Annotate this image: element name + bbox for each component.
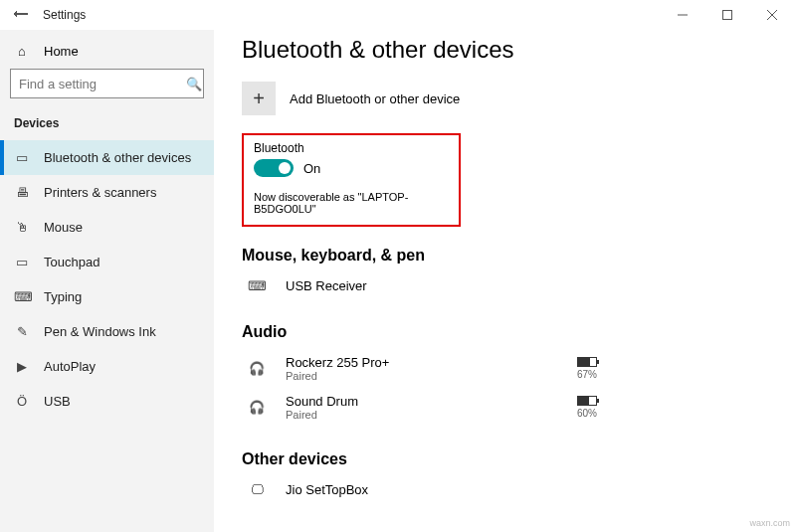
sidebar-home[interactable]: ⌂ Home [0,38,214,69]
bluetooth-highlight-box: Bluetooth On Now discoverable as "LAPTOP… [242,133,461,227]
pen-icon: ✎ [14,324,30,339]
device-row[interactable]: 🖵 Jio SetTopBox [242,476,796,503]
minimize-button[interactable] [660,1,704,29]
sidebar-item-printers[interactable]: 🖶 Printers & scanners [0,175,214,210]
titlebar: 🠔 Settings [0,0,796,30]
content: Bluetooth & other devices + Add Bluetoot… [214,30,796,532]
toggle-track [254,159,294,177]
device-name: Jio SetTopBox [286,482,368,497]
search-box[interactable]: 🔍 [10,69,204,98]
home-label: Home [44,44,79,59]
section-title: Mouse, keyboard, & pen [242,247,796,265]
toggle-state: On [303,161,320,176]
sidebar-item-autoplay[interactable]: ▶ AutoPlay [0,349,214,384]
devices-icon: ▭ [14,150,30,165]
device-name: Sound Drum [286,394,358,409]
device-row[interactable]: 🎧 Sound Drum Paired 60% [242,388,796,427]
sidebar-item-touchpad[interactable]: ▭ Touchpad [0,245,214,279]
sidebar-item-bluetooth[interactable]: ▭ Bluetooth & other devices [0,140,214,175]
sidebar-item-label: Typing [44,289,82,304]
device-status: Paired [286,370,389,382]
add-device-row[interactable]: + Add Bluetooth or other device [242,82,796,115]
sidebar-item-usb[interactable]: Ö USB [0,384,214,419]
battery-indicator: 60% [577,396,597,419]
sidebar: ⌂ Home 🔍 Devices ▭ Bluetooth & other dev… [0,30,214,532]
battery-percent: 67% [577,369,597,380]
maximize-button[interactable] [704,1,749,29]
sidebar-section-label: Devices [0,112,214,140]
headphones-icon: 🎧 [242,361,272,376]
sidebar-item-label: Bluetooth & other devices [44,150,191,165]
sidebar-item-label: AutoPlay [44,359,96,374]
display-icon: 🖵 [242,482,272,497]
add-device-label: Add Bluetooth or other device [290,91,460,106]
close-button[interactable] [749,1,794,29]
touchpad-icon: ▭ [14,255,30,269]
watermark: waxn.com [749,518,790,528]
bluetooth-label: Bluetooth [254,141,449,155]
device-name: Rockerz 255 Pro+ [286,355,389,370]
svg-rect-1 [722,11,731,20]
window-title: Settings [43,8,86,22]
battery-icon [577,357,597,367]
sidebar-item-label: Mouse [44,220,83,235]
sidebar-item-label: Touchpad [44,255,100,269]
section-audio: Audio 🎧 Rockerz 255 Pro+ Paired 67% 🎧 So… [242,323,796,427]
bluetooth-toggle[interactable]: On [254,159,449,177]
discoverable-text: Now discoverable as "LAPTOP-B5DGO0LU" [254,191,449,215]
section-title: Other devices [242,450,796,468]
battery-indicator: 67% [577,357,597,380]
search-input[interactable] [19,77,186,91]
device-row[interactable]: ⌨ USB Receiver [242,272,796,299]
printer-icon: 🖶 [14,185,30,200]
home-icon: ⌂ [14,44,30,59]
mouse-icon: 🖱 [14,220,30,235]
device-name: USB Receiver [286,278,367,293]
sidebar-item-pen[interactable]: ✎ Pen & Windows Ink [0,314,214,349]
page-title: Bluetooth & other devices [242,36,796,64]
section-title: Audio [242,323,796,341]
sidebar-item-label: Pen & Windows Ink [44,324,156,339]
device-status: Paired [286,409,358,421]
toggle-thumb [279,162,291,174]
back-button[interactable]: 🠔 [13,6,29,24]
usb-icon: Ö [14,394,30,409]
search-icon: 🔍 [186,77,202,91]
section-other-devices: Other devices 🖵 Jio SetTopBox [242,450,796,503]
device-row[interactable]: 🎧 Rockerz 255 Pro+ Paired 67% [242,349,796,388]
autoplay-icon: ▶ [14,359,30,374]
battery-percent: 60% [577,408,597,419]
sidebar-item-mouse[interactable]: 🖱 Mouse [0,210,214,245]
plus-icon: + [242,82,276,115]
keyboard-icon: ⌨ [242,278,272,293]
sidebar-item-label: USB [44,394,71,409]
battery-icon [577,396,597,406]
headphones-icon: 🎧 [242,400,272,415]
keyboard-icon: ⌨ [14,289,30,304]
section-mouse-keyboard-pen: Mouse, keyboard, & pen ⌨ USB Receiver [242,247,796,299]
sidebar-item-label: Printers & scanners [44,185,156,200]
sidebar-item-typing[interactable]: ⌨ Typing [0,279,214,314]
